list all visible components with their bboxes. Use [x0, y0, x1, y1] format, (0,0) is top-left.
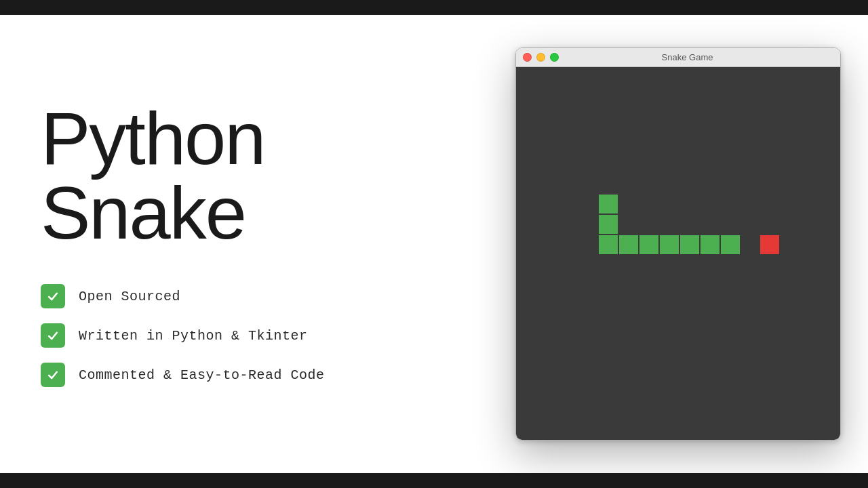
title-line1: Python — [41, 101, 448, 176]
main-content: Python Snake Open Sourced Written in P — [0, 15, 868, 473]
snake-segment — [599, 235, 618, 254]
right-panel: Snake Game — [488, 15, 868, 473]
check-badge-1 — [41, 284, 65, 308]
mac-maximize-button[interactable] — [550, 53, 559, 62]
check-badge-2 — [41, 323, 65, 348]
features-list: Open Sourced Written in Python & Tkinter… — [41, 284, 448, 387]
feature-python: Written in Python & Tkinter — [41, 323, 448, 348]
snake-segment — [680, 235, 699, 254]
mac-close-button[interactable] — [523, 53, 532, 62]
snake-segment — [701, 235, 719, 254]
left-panel: Python Snake Open Sourced Written in P — [0, 15, 488, 473]
check-icon-1 — [46, 289, 60, 303]
snake-segment — [721, 235, 740, 254]
snake-segment — [639, 235, 658, 254]
feature-label-2: Written in Python & Tkinter — [79, 328, 308, 344]
window-title: Snake Game — [564, 52, 811, 62]
mac-titlebar: Snake Game — [516, 48, 840, 67]
mac-minimize-button[interactable] — [536, 53, 545, 62]
title-line2: Snake — [41, 176, 448, 250]
game-canvas — [516, 67, 840, 440]
main-title: Python Snake — [41, 101, 448, 250]
mac-window: Snake Game — [515, 47, 841, 441]
feature-open-sourced: Open Sourced — [41, 284, 448, 308]
snake-segment — [660, 235, 679, 254]
top-bar — [0, 0, 868, 15]
snake-segment — [599, 215, 618, 234]
feature-label-1: Open Sourced — [79, 289, 180, 304]
food-item — [760, 235, 779, 254]
feature-commented: Commented & Easy-to-Read Code — [41, 363, 448, 387]
check-badge-3 — [41, 363, 65, 387]
check-icon-2 — [46, 329, 60, 342]
bottom-bar — [0, 473, 868, 488]
check-icon-3 — [46, 368, 60, 382]
snake-segment — [619, 235, 638, 254]
snake-segment — [599, 195, 618, 214]
feature-label-3: Commented & Easy-to-Read Code — [79, 367, 325, 383]
